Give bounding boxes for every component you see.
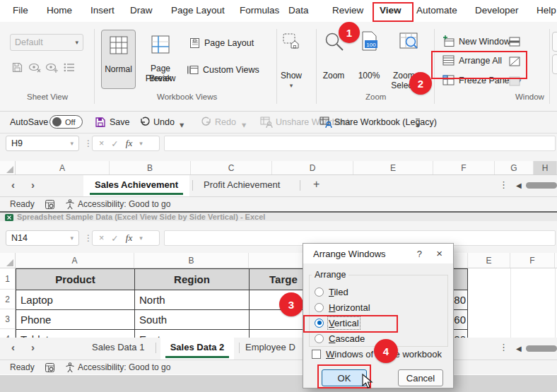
tab-review[interactable]: Review xyxy=(332,5,363,16)
cancel-icon[interactable]: × xyxy=(99,138,104,148)
cell[interactable] xyxy=(249,329,305,338)
save-icon[interactable] xyxy=(95,117,106,128)
macro-record-icon[interactable] xyxy=(45,200,54,209)
page-layout-button[interactable]: Page Layout xyxy=(189,37,254,49)
cell[interactable]: East xyxy=(134,329,250,338)
row-header[interactable]: 2 xyxy=(0,290,16,309)
sheet-tab-employee-data[interactable]: Employee D xyxy=(245,342,295,352)
accessibility-status[interactable]: Accessibility: Good to go xyxy=(78,199,170,209)
tab-home[interactable]: Home xyxy=(47,5,72,16)
tab-options-icon[interactable]: ⋮ xyxy=(499,179,508,190)
sheet-nav-prev-icon[interactable]: ‹ xyxy=(11,179,15,191)
row-header[interactable]: 3 xyxy=(0,309,16,329)
undo-icon[interactable] xyxy=(139,117,151,128)
hscroll-left-arrow-icon[interactable]: ◀ xyxy=(516,345,522,352)
tab-page-layout[interactable]: Page Layout xyxy=(171,5,225,16)
sheet-view-dropdown[interactable]: Default ▾ xyxy=(10,34,83,51)
tab-data[interactable]: Data xyxy=(288,5,309,16)
keep-sheet-view-icon[interactable] xyxy=(11,61,23,73)
column-header[interactable]: A xyxy=(16,253,134,268)
cell-c1-partial[interactable]: Targe xyxy=(249,268,305,290)
share-workbook-icon[interactable] xyxy=(319,116,332,129)
new-sheet-view-icon[interactable] xyxy=(45,61,59,73)
cancel-button[interactable]: Cancel xyxy=(398,369,443,386)
sheet-view-options-icon[interactable] xyxy=(64,61,75,73)
column-header[interactable]: A xyxy=(16,161,110,174)
cell-b1[interactable]: Region xyxy=(134,268,250,290)
sheet-tab-sales-data-2[interactable]: Sales Data 2 xyxy=(160,338,234,360)
tab-file[interactable]: File xyxy=(13,5,28,16)
column-header-selected[interactable]: H xyxy=(534,161,557,174)
dialog-close-icon[interactable]: × xyxy=(436,247,442,259)
tab-insert[interactable]: Insert xyxy=(90,5,115,16)
undo-chevron-icon[interactable]: ▾ xyxy=(180,119,184,130)
formula-bar-input-1[interactable] xyxy=(164,136,556,151)
tab-view[interactable]: View xyxy=(380,5,401,16)
row-header[interactable]: 4 xyxy=(0,329,16,338)
cell[interactable]: Phone xyxy=(16,309,135,330)
split-icon[interactable] xyxy=(509,37,520,47)
radio-tiled[interactable]: Tiled xyxy=(315,286,348,297)
accessibility-status[interactable]: Accessibility: Good to go xyxy=(78,362,170,372)
arrange-all-button[interactable]: Arrange All xyxy=(442,55,502,66)
column-header[interactable]: E xyxy=(468,253,510,268)
windows-of-active-workbook-checkbox[interactable] xyxy=(312,350,321,359)
tab-automate[interactable]: Automate xyxy=(416,5,457,16)
clipped-ribbon-button[interactable] xyxy=(552,32,557,52)
enter-icon[interactable]: ✓ xyxy=(111,233,118,244)
cell[interactable]: South xyxy=(134,309,250,330)
sheet-tab-sales-achievement[interactable]: Sales Achievement xyxy=(83,175,189,196)
column-header[interactable]: D xyxy=(272,161,353,174)
tab-options-icon[interactable]: ⋮ xyxy=(499,342,508,352)
cell[interactable]: North xyxy=(134,290,250,310)
row-header[interactable]: 1 xyxy=(0,268,16,290)
radio-vertical[interactable]: Vertical xyxy=(315,317,359,328)
column-header[interactable]: B xyxy=(110,161,191,174)
normal-view-button[interactable]: Normal xyxy=(101,30,136,89)
radio-cascade[interactable]: Cascade xyxy=(315,333,365,344)
tab-draw[interactable]: Draw xyxy=(130,5,153,16)
tab-formulas[interactable]: Formulas xyxy=(240,5,279,16)
share-workbook-label[interactable]: Share Workbook (Legacy) xyxy=(334,117,437,127)
cell[interactable]: Tablet xyxy=(16,329,135,338)
new-window-button[interactable]: New Window xyxy=(442,35,510,47)
column-header[interactable]: G xyxy=(495,161,534,174)
dialog-help-button[interactable]: ? xyxy=(417,249,422,259)
accessibility-icon[interactable] xyxy=(65,362,75,373)
column-header[interactable]: F xyxy=(510,253,555,268)
select-all-corner[interactable] xyxy=(0,161,16,174)
qat-overflow-icon[interactable]: ▾ xyxy=(416,119,420,130)
hscroll-left-arrow-icon[interactable]: ◀ xyxy=(516,182,522,189)
custom-views-button[interactable]: Custom Views xyxy=(187,64,259,76)
new-sheet-button[interactable]: + xyxy=(313,178,319,191)
select-all-corner[interactable] xyxy=(0,253,16,268)
sheet-nav-next-icon[interactable]: › xyxy=(31,341,35,353)
column-header[interactable]: F xyxy=(433,161,495,174)
hide-window-icon[interactable] xyxy=(509,57,520,66)
hscroll-thumb[interactable] xyxy=(526,182,557,189)
column-header[interactable]: E xyxy=(353,161,433,174)
sheet-tab-sales-data-1[interactable]: Sales Data 1 xyxy=(92,342,144,352)
cancel-icon[interactable]: × xyxy=(99,233,104,243)
undo-label[interactable]: Undo xyxy=(153,117,175,127)
name-box-2[interactable]: N14 ▾ xyxy=(6,230,79,246)
macro-record-icon[interactable] xyxy=(45,363,54,372)
zoom-100-button[interactable]: 100 100% xyxy=(353,30,385,97)
exit-sheet-view-icon[interactable] xyxy=(28,61,42,73)
tab-developer[interactable]: Developer xyxy=(475,5,519,16)
clipped-ribbon-button[interactable] xyxy=(552,54,557,74)
sheet-tab-profit-achievement[interactable]: Profit Achievement xyxy=(204,179,280,190)
name-box-1[interactable]: H9 ▾ xyxy=(6,136,79,151)
autosave-toggle[interactable]: Off xyxy=(49,115,83,129)
cell[interactable]: Laptop xyxy=(16,290,135,310)
insert-function-icon[interactable]: fx xyxy=(126,232,132,244)
enter-icon[interactable]: ✓ xyxy=(111,138,118,149)
show-group-button[interactable]: Show ▾ xyxy=(278,30,304,97)
save-label[interactable]: Save xyxy=(110,117,130,127)
cell-a1[interactable]: Product xyxy=(16,268,135,290)
tab-help[interactable]: Help xyxy=(537,5,556,16)
sheet-nav-next-icon[interactable]: › xyxy=(31,179,35,191)
column-header[interactable]: C xyxy=(191,161,272,174)
column-header[interactable]: B xyxy=(134,253,249,268)
sheet-nav-prev-icon[interactable]: ‹ xyxy=(11,341,15,353)
